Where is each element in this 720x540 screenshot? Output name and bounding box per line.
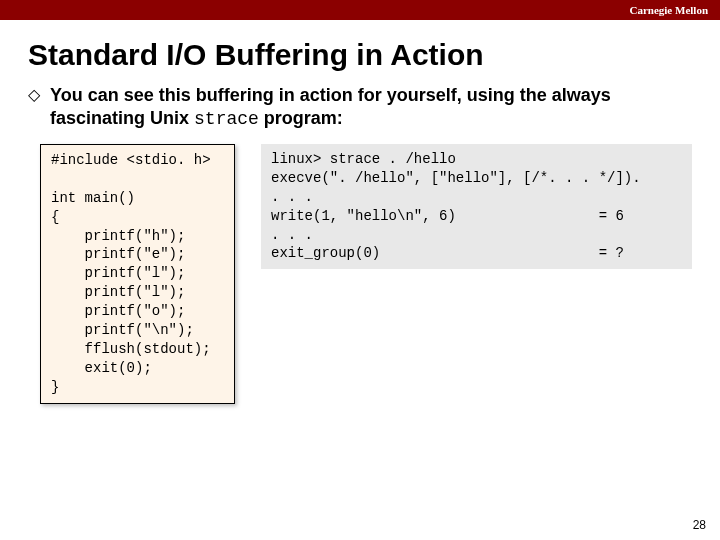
bullet-icon: ◇ — [28, 84, 40, 106]
code-row: #include <stdio. h> int main() { printf(… — [28, 144, 692, 404]
bullet-item: ◇ You can see this buffering in action f… — [28, 84, 692, 130]
slide-body: ◇ You can see this buffering in action f… — [0, 84, 720, 404]
header-bar: Carnegie Mellon — [0, 0, 720, 20]
page-number: 28 — [693, 518, 706, 532]
bullet-text: You can see this buffering in action for… — [50, 84, 692, 130]
bullet-code-word: strace — [194, 109, 259, 129]
source-code-box: #include <stdio. h> int main() { printf(… — [40, 144, 235, 404]
institution-label: Carnegie Mellon — [629, 4, 708, 16]
terminal-output-box: linux> strace . /hello execve(". /hello"… — [261, 144, 692, 269]
bullet-text-after: program: — [259, 108, 343, 128]
slide-title: Standard I/O Buffering in Action — [0, 20, 720, 84]
